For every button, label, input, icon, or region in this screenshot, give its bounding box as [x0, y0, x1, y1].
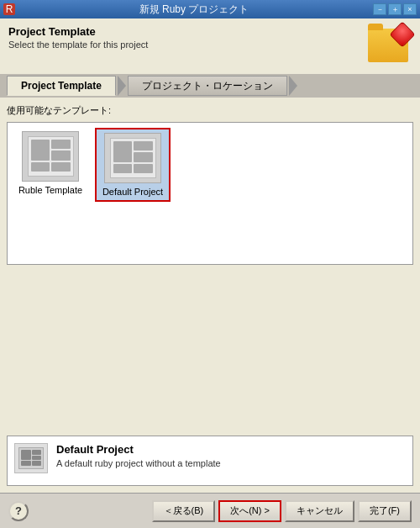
dialog-header: Project Template Select the template for… — [0, 18, 420, 74]
navigation-buttons: ＜戻る(B) 次へ(N) > キャンセル 完了(F) — [152, 500, 412, 522]
maximize-button[interactable]: ＋ — [388, 3, 402, 15]
window-title: 新規 Ruby プロジェクト — [15, 3, 373, 17]
detail-name: Default Project — [56, 443, 221, 456]
main-content: 使用可能なテンプレート: Ruble Template — [0, 98, 420, 493]
detail-icon — [14, 443, 48, 473]
detail-text: Default Project A default ruby project w… — [56, 443, 221, 468]
dialog: Project Template Select the template for… — [0, 18, 420, 528]
ruble-template-icon — [22, 131, 79, 182]
template-grid: Ruble Template Default Project — [7, 122, 413, 265]
window-controls: － ＋ × — [373, 3, 417, 15]
default-template-icon — [104, 133, 161, 183]
title-bar: R 新規 Ruby プロジェクト － ＋ × — [0, 0, 420, 18]
tab-project-location[interactable]: プロジェクト・ロケーション — [128, 76, 287, 96]
template-item-ruble[interactable]: Ruble Template — [13, 128, 88, 202]
back-button[interactable]: ＜戻る(B) — [152, 500, 216, 522]
default-icon-inner — [110, 138, 156, 178]
detail-description: A default ruby project without a templat… — [56, 458, 221, 468]
finish-button[interactable]: 完了(F) — [358, 500, 412, 522]
template-item-default[interactable]: Default Project — [95, 128, 171, 202]
tab-project-template[interactable]: Project Template — [7, 76, 116, 96]
header-text: Project Template Select the template for… — [8, 25, 148, 50]
tabs-container: Project Template プロジェクト・ロケーション — [0, 74, 420, 98]
close-button[interactable]: × — [403, 3, 417, 15]
detail-icon-inner — [18, 447, 44, 469]
app-icon: R — [3, 3, 15, 15]
ruble-template-label: Ruble Template — [18, 185, 82, 195]
default-template-label: Default Project — [102, 187, 163, 197]
help-button[interactable]: ? — [8, 501, 29, 521]
ruble-icon-inner — [28, 136, 74, 177]
minimize-button[interactable]: － — [373, 3, 386, 15]
tab-arrow-icon-2 — [289, 76, 297, 96]
header-subtitle: Select the template for this project — [8, 40, 148, 50]
section-label: 使用可能なテンプレート: — [7, 104, 413, 117]
cancel-button[interactable]: キャンセル — [285, 500, 354, 522]
header-icon — [368, 25, 412, 69]
tab-arrow-icon — [118, 76, 126, 96]
detail-area: Default Project A default ruby project w… — [7, 436, 413, 486]
button-bar: ? ＜戻る(B) 次へ(N) > キャンセル 完了(F) — [0, 493, 420, 528]
next-button[interactable]: 次へ(N) > — [218, 500, 281, 522]
header-title: Project Template — [8, 25, 148, 38]
